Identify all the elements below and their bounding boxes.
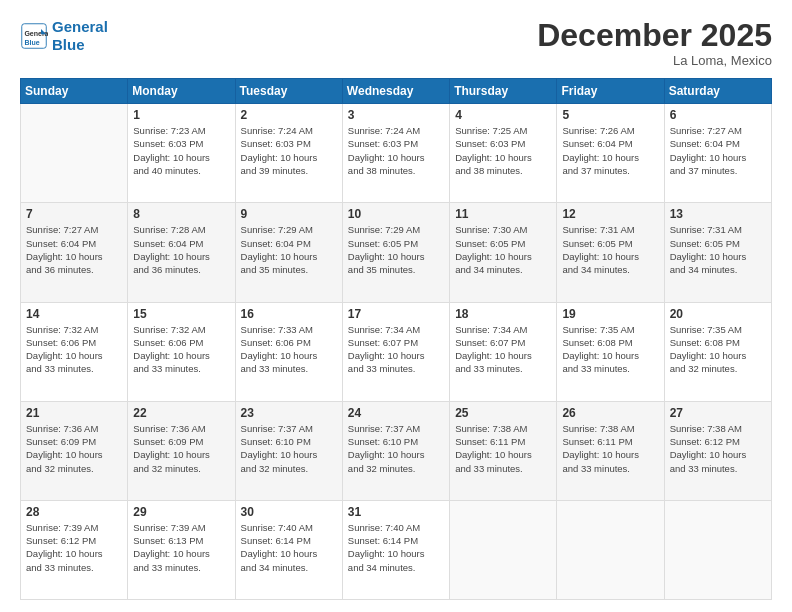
day-info: Sunrise: 7:31 AM Sunset: 6:05 PM Dayligh…: [670, 223, 766, 276]
table-row: 14Sunrise: 7:32 AM Sunset: 6:06 PM Dayli…: [21, 302, 128, 401]
table-row: 4Sunrise: 7:25 AM Sunset: 6:03 PM Daylig…: [450, 104, 557, 203]
day-number: 15: [133, 307, 229, 321]
day-info: Sunrise: 7:40 AM Sunset: 6:14 PM Dayligh…: [241, 521, 337, 574]
day-number: 31: [348, 505, 444, 519]
table-row: 13Sunrise: 7:31 AM Sunset: 6:05 PM Dayli…: [664, 203, 771, 302]
month-title: December 2025: [537, 18, 772, 53]
col-monday: Monday: [128, 79, 235, 104]
subtitle: La Loma, Mexico: [537, 53, 772, 68]
col-saturday: Saturday: [664, 79, 771, 104]
logo-line1: General: [52, 18, 108, 35]
logo-line2: Blue: [52, 36, 85, 53]
day-number: 29: [133, 505, 229, 519]
table-row: 6Sunrise: 7:27 AM Sunset: 6:04 PM Daylig…: [664, 104, 771, 203]
col-wednesday: Wednesday: [342, 79, 449, 104]
table-row: 24Sunrise: 7:37 AM Sunset: 6:10 PM Dayli…: [342, 401, 449, 500]
day-info: Sunrise: 7:34 AM Sunset: 6:07 PM Dayligh…: [348, 323, 444, 376]
table-row: 11Sunrise: 7:30 AM Sunset: 6:05 PM Dayli…: [450, 203, 557, 302]
day-number: 19: [562, 307, 658, 321]
table-row: [450, 500, 557, 599]
day-number: 6: [670, 108, 766, 122]
day-number: 14: [26, 307, 122, 321]
day-number: 30: [241, 505, 337, 519]
table-row: 25Sunrise: 7:38 AM Sunset: 6:11 PM Dayli…: [450, 401, 557, 500]
table-row: 16Sunrise: 7:33 AM Sunset: 6:06 PM Dayli…: [235, 302, 342, 401]
day-number: 11: [455, 207, 551, 221]
table-row: 18Sunrise: 7:34 AM Sunset: 6:07 PM Dayli…: [450, 302, 557, 401]
table-row: 8Sunrise: 7:28 AM Sunset: 6:04 PM Daylig…: [128, 203, 235, 302]
page: General Blue General Blue December 2025 …: [0, 0, 792, 612]
col-sunday: Sunday: [21, 79, 128, 104]
day-number: 17: [348, 307, 444, 321]
logo-text: General Blue: [52, 18, 108, 54]
day-info: Sunrise: 7:35 AM Sunset: 6:08 PM Dayligh…: [562, 323, 658, 376]
table-row: 20Sunrise: 7:35 AM Sunset: 6:08 PM Dayli…: [664, 302, 771, 401]
col-tuesday: Tuesday: [235, 79, 342, 104]
table-row: 28Sunrise: 7:39 AM Sunset: 6:12 PM Dayli…: [21, 500, 128, 599]
calendar-table: Sunday Monday Tuesday Wednesday Thursday…: [20, 78, 772, 600]
header: General Blue General Blue December 2025 …: [20, 18, 772, 68]
table-row: 15Sunrise: 7:32 AM Sunset: 6:06 PM Dayli…: [128, 302, 235, 401]
table-row: 31Sunrise: 7:40 AM Sunset: 6:14 PM Dayli…: [342, 500, 449, 599]
table-row: 21Sunrise: 7:36 AM Sunset: 6:09 PM Dayli…: [21, 401, 128, 500]
table-row: [664, 500, 771, 599]
day-number: 10: [348, 207, 444, 221]
day-info: Sunrise: 7:29 AM Sunset: 6:05 PM Dayligh…: [348, 223, 444, 276]
logo-icon: General Blue: [20, 22, 48, 50]
day-info: Sunrise: 7:33 AM Sunset: 6:06 PM Dayligh…: [241, 323, 337, 376]
day-info: Sunrise: 7:32 AM Sunset: 6:06 PM Dayligh…: [26, 323, 122, 376]
day-info: Sunrise: 7:35 AM Sunset: 6:08 PM Dayligh…: [670, 323, 766, 376]
day-number: 27: [670, 406, 766, 420]
calendar-week-row: 1Sunrise: 7:23 AM Sunset: 6:03 PM Daylig…: [21, 104, 772, 203]
day-number: 8: [133, 207, 229, 221]
day-info: Sunrise: 7:25 AM Sunset: 6:03 PM Dayligh…: [455, 124, 551, 177]
day-number: 20: [670, 307, 766, 321]
table-row: 3Sunrise: 7:24 AM Sunset: 6:03 PM Daylig…: [342, 104, 449, 203]
day-number: 16: [241, 307, 337, 321]
table-row: [557, 500, 664, 599]
calendar-week-row: 28Sunrise: 7:39 AM Sunset: 6:12 PM Dayli…: [21, 500, 772, 599]
table-row: 10Sunrise: 7:29 AM Sunset: 6:05 PM Dayli…: [342, 203, 449, 302]
day-info: Sunrise: 7:37 AM Sunset: 6:10 PM Dayligh…: [348, 422, 444, 475]
day-info: Sunrise: 7:24 AM Sunset: 6:03 PM Dayligh…: [241, 124, 337, 177]
table-row: 12Sunrise: 7:31 AM Sunset: 6:05 PM Dayli…: [557, 203, 664, 302]
logo: General Blue General Blue: [20, 18, 108, 54]
calendar-week-row: 14Sunrise: 7:32 AM Sunset: 6:06 PM Dayli…: [21, 302, 772, 401]
calendar-header-row: Sunday Monday Tuesday Wednesday Thursday…: [21, 79, 772, 104]
day-info: Sunrise: 7:37 AM Sunset: 6:10 PM Dayligh…: [241, 422, 337, 475]
table-row: [21, 104, 128, 203]
col-friday: Friday: [557, 79, 664, 104]
day-number: 4: [455, 108, 551, 122]
table-row: 19Sunrise: 7:35 AM Sunset: 6:08 PM Dayli…: [557, 302, 664, 401]
day-info: Sunrise: 7:27 AM Sunset: 6:04 PM Dayligh…: [670, 124, 766, 177]
day-number: 5: [562, 108, 658, 122]
day-info: Sunrise: 7:34 AM Sunset: 6:07 PM Dayligh…: [455, 323, 551, 376]
day-info: Sunrise: 7:32 AM Sunset: 6:06 PM Dayligh…: [133, 323, 229, 376]
table-row: 7Sunrise: 7:27 AM Sunset: 6:04 PM Daylig…: [21, 203, 128, 302]
day-info: Sunrise: 7:40 AM Sunset: 6:14 PM Dayligh…: [348, 521, 444, 574]
day-number: 22: [133, 406, 229, 420]
table-row: 30Sunrise: 7:40 AM Sunset: 6:14 PM Dayli…: [235, 500, 342, 599]
day-info: Sunrise: 7:27 AM Sunset: 6:04 PM Dayligh…: [26, 223, 122, 276]
day-info: Sunrise: 7:38 AM Sunset: 6:11 PM Dayligh…: [455, 422, 551, 475]
day-info: Sunrise: 7:28 AM Sunset: 6:04 PM Dayligh…: [133, 223, 229, 276]
day-number: 13: [670, 207, 766, 221]
day-number: 28: [26, 505, 122, 519]
day-info: Sunrise: 7:29 AM Sunset: 6:04 PM Dayligh…: [241, 223, 337, 276]
calendar-week-row: 21Sunrise: 7:36 AM Sunset: 6:09 PM Dayli…: [21, 401, 772, 500]
day-number: 3: [348, 108, 444, 122]
day-number: 18: [455, 307, 551, 321]
day-info: Sunrise: 7:24 AM Sunset: 6:03 PM Dayligh…: [348, 124, 444, 177]
table-row: 27Sunrise: 7:38 AM Sunset: 6:12 PM Dayli…: [664, 401, 771, 500]
table-row: 1Sunrise: 7:23 AM Sunset: 6:03 PM Daylig…: [128, 104, 235, 203]
table-row: 23Sunrise: 7:37 AM Sunset: 6:10 PM Dayli…: [235, 401, 342, 500]
day-info: Sunrise: 7:36 AM Sunset: 6:09 PM Dayligh…: [26, 422, 122, 475]
table-row: 9Sunrise: 7:29 AM Sunset: 6:04 PM Daylig…: [235, 203, 342, 302]
col-thursday: Thursday: [450, 79, 557, 104]
day-info: Sunrise: 7:38 AM Sunset: 6:11 PM Dayligh…: [562, 422, 658, 475]
table-row: 2Sunrise: 7:24 AM Sunset: 6:03 PM Daylig…: [235, 104, 342, 203]
day-info: Sunrise: 7:30 AM Sunset: 6:05 PM Dayligh…: [455, 223, 551, 276]
day-number: 24: [348, 406, 444, 420]
day-info: Sunrise: 7:23 AM Sunset: 6:03 PM Dayligh…: [133, 124, 229, 177]
title-block: December 2025 La Loma, Mexico: [537, 18, 772, 68]
